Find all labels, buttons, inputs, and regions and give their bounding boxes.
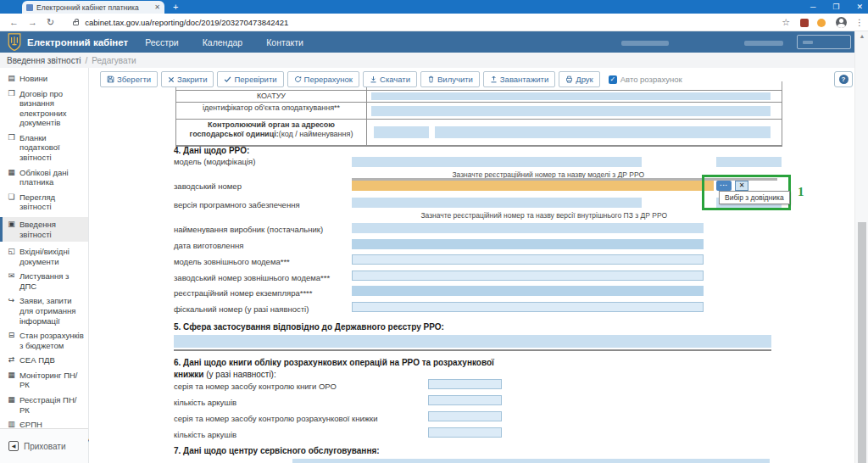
tax-object-id-label: ідентифікатор об'єкта оподаткування**: [176, 103, 367, 119]
service-center-input[interactable]: [292, 459, 770, 463]
sidebar-item-sea-vat[interactable]: ⇄СЕА ПДВ: [7, 355, 85, 365]
window-minimize-icon[interactable]: ─: [810, 0, 815, 14]
card-grid-icon: ▦: [7, 168, 16, 187]
koatuu-label: КОАТУУ: [176, 91, 367, 102]
tab-title: Електронний кабінет платника: [36, 3, 151, 12]
close-x-icon: [168, 76, 175, 83]
browser-window: Електронний кабінет платника ✕ + ─ ❐ ✕ ←…: [0, 0, 868, 463]
sidebar-item-requests[interactable]: ↪Заяви, запити для отримання інформації: [7, 296, 85, 326]
authority-name-input[interactable]: [435, 126, 771, 138]
sidebar-item-correspondence[interactable]: ✉Листування з ДПС: [7, 271, 85, 291]
sheets-count2-input[interactable]: [428, 427, 502, 438]
profile-avatar[interactable]: [836, 17, 847, 28]
sidebar-item-contract[interactable]: ❒Договір про визнання електронних докуме…: [7, 89, 85, 128]
save-button[interactable]: Зберегти: [100, 71, 158, 87]
document-icon: ❒: [7, 133, 16, 163]
sidebar-item-blanks[interactable]: ❒Бланки податкової звітності: [7, 133, 85, 163]
sidebar-item-enter-reports[interactable]: ▣Введення звітності: [0, 217, 88, 242]
scroll-up-icon[interactable]: ▲: [855, 33, 868, 39]
annotation-number: 1: [798, 185, 804, 199]
section6-title-note: (у разі наявності):: [203, 370, 275, 379]
auto-calc-checkbox[interactable]: ✓: [609, 75, 617, 84]
breadcrumb-edit: Редагувати: [92, 56, 136, 65]
toolbar: Зберегти Закрити Перевірити Перерахунок …: [89, 68, 854, 90]
manufacture-date-label: дата виготовлення: [174, 241, 243, 250]
download-button[interactable]: Скачати: [363, 71, 417, 87]
settlement-book-control-input[interactable]: [428, 411, 502, 421]
tax-object-id-input[interactable]: [371, 106, 771, 116]
user-info-redacted: [621, 41, 669, 46]
extension-icon[interactable]: [817, 19, 826, 27]
section4-title: 4. Дані щодо РРО:: [174, 146, 249, 155]
table-icon: ▦: [7, 395, 16, 415]
authority-code-input[interactable]: [374, 126, 429, 138]
section7-title: 7. Дані щодо центру сервісного обслугову…: [174, 446, 380, 455]
location-table: КОАТУУ ідентифікатор об'єкта оподаткуван…: [175, 90, 782, 147]
print-button[interactable]: Друк: [559, 71, 600, 87]
exchange-icon: ⇄: [7, 355, 16, 365]
recalculate-button[interactable]: Перерахунок: [287, 71, 359, 87]
oro-book-control-input[interactable]: [428, 379, 502, 389]
upload-icon: [490, 75, 498, 83]
external-modem-model-input[interactable]: [352, 254, 704, 265]
breadcrumb-reporting[interactable]: Введення звітності: [7, 56, 81, 65]
model-reg-input[interactable]: [716, 157, 782, 167]
table-icon: ▦: [7, 371, 16, 390]
bookmark-star-icon[interactable]: ☆: [782, 17, 790, 28]
sidebar: ▤Новини ❒Договір про визнання електронни…: [0, 68, 89, 463]
table-row: Контролюючий орган за адресою господарсь…: [176, 120, 782, 145]
koatuu-input[interactable]: [371, 92, 771, 100]
manufacturer-input[interactable]: [352, 223, 704, 233]
brand-title[interactable]: Електронний кабінет: [27, 37, 128, 47]
model-input[interactable]: [352, 157, 642, 167]
sheets-count2-label: кількість аркушів: [174, 430, 236, 439]
forward-icon[interactable]: →: [28, 17, 37, 27]
section6-title: 6. Дані щодо книги обліку розрахункових …: [174, 357, 504, 380]
scrollbar[interactable]: ▲: [854, 31, 868, 463]
sheets-count-input[interactable]: [428, 395, 502, 405]
window-close-icon[interactable]: ✕: [856, 0, 863, 14]
software-version-input[interactable]: [352, 198, 642, 208]
header-account-button[interactable]: [797, 35, 851, 49]
external-modem-serial-input[interactable]: [352, 271, 704, 281]
registration-number-input[interactable]: [352, 286, 704, 296]
fiscal-number-input[interactable]: [352, 302, 704, 312]
sidebar-item-taxpayer-data[interactable]: ▦Облікові дані платника: [7, 168, 85, 187]
sidebar-item-view-reports[interactable]: ❏Перегляд звітності: [7, 192, 85, 212]
verify-button[interactable]: Перевірити: [217, 71, 283, 87]
serial-number-input[interactable]: [352, 181, 714, 191]
section5-title: 5. Сфера застосування відповідно до Держ…: [174, 322, 444, 332]
sidebar-item-budget-status[interactable]: ⊟Стан розрахунків з бюджетом: [7, 331, 85, 350]
tray-icon: ◱: [7, 247, 16, 266]
extension-icon[interactable]: [800, 19, 809, 27]
reload-icon[interactable]: ↻: [47, 17, 54, 28]
manufacturer-label: найменування виробник (постачальник): [174, 225, 323, 234]
new-tab-button[interactable]: +: [173, 2, 178, 12]
tab-favicon-icon: [26, 4, 33, 11]
upload-button[interactable]: Завантажити: [483, 71, 555, 87]
scroll-thumb[interactable]: [858, 222, 866, 463]
back-icon[interactable]: ←: [9, 17, 19, 27]
check-icon: [224, 75, 231, 83]
page-icon: ❏: [7, 192, 16, 212]
help-button[interactable]: ?: [834, 71, 853, 87]
manufacture-date-input[interactable]: [352, 239, 704, 249]
refresh-icon: [294, 75, 302, 83]
address-url[interactable]: cabinet.tax.gov.ua/reporting/doc/2019/20…: [85, 18, 288, 27]
nav-calendar[interactable]: Календар: [203, 37, 243, 47]
padlock-icon: [73, 21, 79, 25]
close-button[interactable]: Закрити: [161, 71, 214, 87]
sidebar-item-registration[interactable]: ▦Реєстрація ПН/РК: [7, 395, 85, 415]
application-sphere-input[interactable]: [174, 335, 771, 348]
sidebar-collapse[interactable]: ◀ Приховати: [0, 428, 88, 463]
window-maximize-icon[interactable]: ❐: [832, 0, 839, 14]
browser-tab[interactable]: Електронний кабінет платника ✕: [22, 1, 164, 14]
delete-button[interactable]: Вилучити: [420, 71, 480, 87]
browser-menu-icon[interactable]: ⋮: [855, 18, 864, 27]
nav-registries[interactable]: Реєстри: [145, 37, 179, 47]
tab-close-icon[interactable]: ✕: [154, 3, 160, 11]
sidebar-item-monitoring[interactable]: ▦Моніторинг ПН/РК: [7, 371, 85, 390]
sidebar-item-inbox-outbox[interactable]: ◱Вхідні/вихідні документи: [7, 247, 85, 266]
nav-contacts[interactable]: Контакти: [266, 37, 303, 47]
sidebar-item-news[interactable]: ▤Новини: [7, 74, 85, 84]
